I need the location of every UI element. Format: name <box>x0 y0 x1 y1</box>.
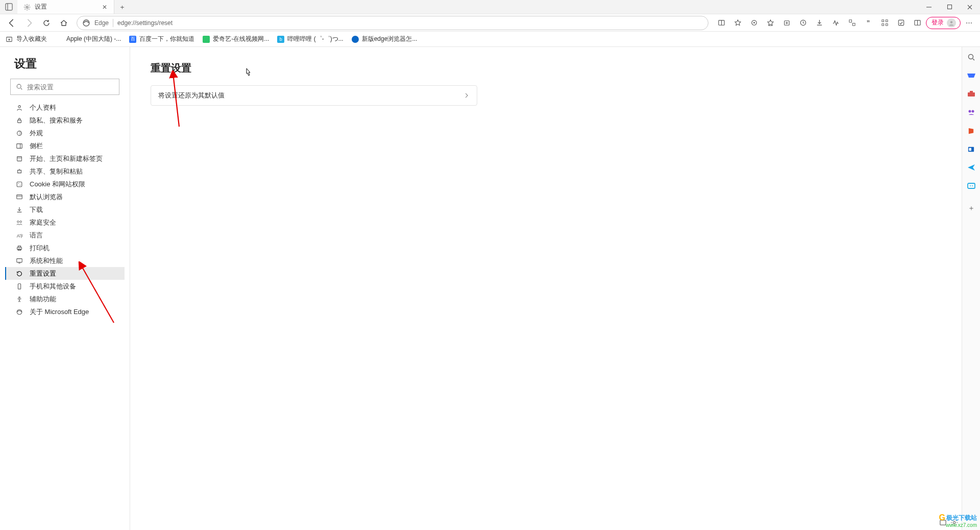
navigation-bar: Edge edge://settings/reset ” 登录 ⋯ <box>0 14 980 32</box>
settings-search-input[interactable] <box>27 83 114 91</box>
nav-label: 语言 <box>30 231 43 240</box>
nav-item-appearance[interactable]: 外观 <box>5 127 125 139</box>
watermark-line1: 极光下载站 <box>946 515 977 521</box>
nav-item-start[interactable]: 开始、主页和新建标签页 <box>5 152 125 165</box>
nav-item-family[interactable]: 家庭安全 <box>5 216 125 229</box>
nav-item-system[interactable]: 系统和性能 <box>5 254 125 267</box>
svg-rect-40 <box>17 195 22 199</box>
svg-rect-33 <box>17 143 22 148</box>
bookmark-label: 新版edge浏览器怎... <box>362 35 418 43</box>
bookmark-item-iqiyi[interactable]: 爱奇艺-在线视频网... <box>203 35 269 43</box>
window-controls <box>919 0 980 14</box>
svg-rect-49 <box>17 258 22 262</box>
avatar-icon <box>947 18 956 28</box>
settings-search[interactable] <box>10 79 119 95</box>
svg-point-11 <box>753 22 755 23</box>
bookmark-item-apple[interactable]: Apple (中国大陆) -... <box>55 35 121 43</box>
side-office-button[interactable] <box>965 125 977 137</box>
lock-icon <box>15 116 23 125</box>
downloads-button[interactable] <box>812 16 827 30</box>
reading-view-button[interactable] <box>714 16 729 30</box>
favorites-hub-button[interactable] <box>763 16 778 30</box>
svg-rect-64 <box>968 183 975 188</box>
nav-label: 系统和性能 <box>30 256 63 266</box>
nav-item-languages[interactable]: A字语言 <box>5 229 125 242</box>
vertical-tabs-button[interactable] <box>0 0 17 14</box>
back-button[interactable] <box>4 16 19 30</box>
split-screen-button[interactable] <box>910 16 925 30</box>
new-tab-button[interactable]: ＋ <box>114 0 130 14</box>
bookmark-label: 爱奇艺-在线视频网... <box>213 35 269 43</box>
refresh-button[interactable] <box>39 16 54 30</box>
tab-settings[interactable]: 设置 ✕ <box>17 0 114 14</box>
history-button[interactable] <box>795 16 811 30</box>
forward-button[interactable] <box>21 16 37 30</box>
sidebar-icon <box>15 142 23 150</box>
svg-point-65 <box>970 185 971 186</box>
nav-item-downloads[interactable]: 下载 <box>5 203 125 216</box>
settings-main-pane: 重置设置 将设置还原为其默认值 <box>130 47 980 530</box>
reset-settings-item[interactable]: 将设置还原为其默认值 <box>151 85 477 106</box>
collections-button[interactable] <box>779 16 794 30</box>
title-bar: 设置 ✕ ＋ <box>0 0 980 14</box>
address-bar[interactable]: Edge edge://settings/reset <box>77 16 708 30</box>
side-add-button[interactable]: ＋ <box>965 202 977 214</box>
svg-rect-59 <box>970 91 973 92</box>
nav-item-accessibility[interactable]: 辅助功能 <box>5 293 125 305</box>
close-window-button[interactable] <box>960 0 980 14</box>
home-button[interactable] <box>56 16 71 30</box>
nav-label: 辅助功能 <box>30 295 56 304</box>
nav-label: 家庭安全 <box>30 218 56 227</box>
svg-point-30 <box>18 105 20 107</box>
nav-item-reset[interactable]: 重置设置 <box>5 267 125 280</box>
side-video-button[interactable] <box>965 180 977 192</box>
settings-nav-list: 个人资料 隐私、搜索和服务 外观 侧栏 开始、主页和新建标签页 共享、复制和粘贴… <box>5 101 125 318</box>
citations-button[interactable]: ” <box>861 16 876 30</box>
import-favorites-button[interactable]: 导入收藏夹 <box>5 35 47 43</box>
tab-close-button[interactable]: ✕ <box>101 3 109 11</box>
nav-item-printers[interactable]: 打印机 <box>5 242 125 254</box>
side-tools-button[interactable] <box>965 88 977 100</box>
side-coupons-button[interactable] <box>965 69 977 82</box>
apps-grid-button[interactable] <box>877 16 892 30</box>
svg-rect-31 <box>18 120 21 123</box>
screenshot-button[interactable] <box>844 16 860 30</box>
home-page-icon <box>15 155 23 163</box>
address-brand-label: Edge <box>94 19 109 27</box>
nav-item-sidebar[interactable]: 侧栏 <box>5 139 125 152</box>
web-capture-button[interactable] <box>893 16 909 30</box>
performance-button[interactable] <box>828 16 843 30</box>
bilibili-icon: b <box>277 36 284 43</box>
svg-point-7 <box>83 20 89 26</box>
side-search-button[interactable] <box>965 51 977 63</box>
maximize-button[interactable] <box>939 0 960 14</box>
nav-item-about[interactable]: 关于 Microsoft Edge <box>5 305 125 318</box>
bookmark-item-baidu[interactable]: 百 百度一下，你就知道 <box>129 35 194 43</box>
bookmark-item-edge-help[interactable]: 新版edge浏览器怎... <box>352 35 418 43</box>
nav-label: 个人资料 <box>30 103 56 112</box>
login-button[interactable]: 登录 <box>926 17 961 29</box>
nav-label: 默认浏览器 <box>30 192 63 202</box>
nav-item-share[interactable]: 共享、复制和粘贴 <box>5 165 125 178</box>
nav-item-profile[interactable]: 个人资料 <box>5 101 125 114</box>
cookie-icon <box>15 180 23 188</box>
bookmark-label: 哔哩哔哩 (゜-゜)つ... <box>287 35 343 43</box>
svg-rect-47 <box>18 246 20 247</box>
printer-icon <box>15 244 23 252</box>
nav-item-default-browser[interactable]: 默认浏览器 <box>5 190 125 203</box>
side-outlook-button[interactable] <box>965 143 977 155</box>
bookmark-item-bilibili[interactable]: b 哔哩哔哩 (゜-゜)つ... <box>277 35 343 43</box>
nav-item-cookies[interactable]: Cookie 和网站权限 <box>5 178 125 190</box>
side-games-button[interactable] <box>965 106 977 118</box>
svg-line-57 <box>973 59 974 60</box>
favorite-star-button[interactable] <box>730 16 745 30</box>
svg-point-60 <box>968 110 971 113</box>
svg-rect-23 <box>898 20 903 25</box>
nav-item-privacy[interactable]: 隐私、搜索和服务 <box>5 114 125 127</box>
svg-point-54 <box>17 309 22 315</box>
more-menu-button[interactable]: ⋯ <box>962 16 976 30</box>
extensions-button[interactable] <box>746 16 762 30</box>
side-send-button[interactable] <box>965 161 977 174</box>
minimize-button[interactable] <box>919 0 939 14</box>
nav-item-phone[interactable]: 手机和其他设备 <box>5 280 125 293</box>
